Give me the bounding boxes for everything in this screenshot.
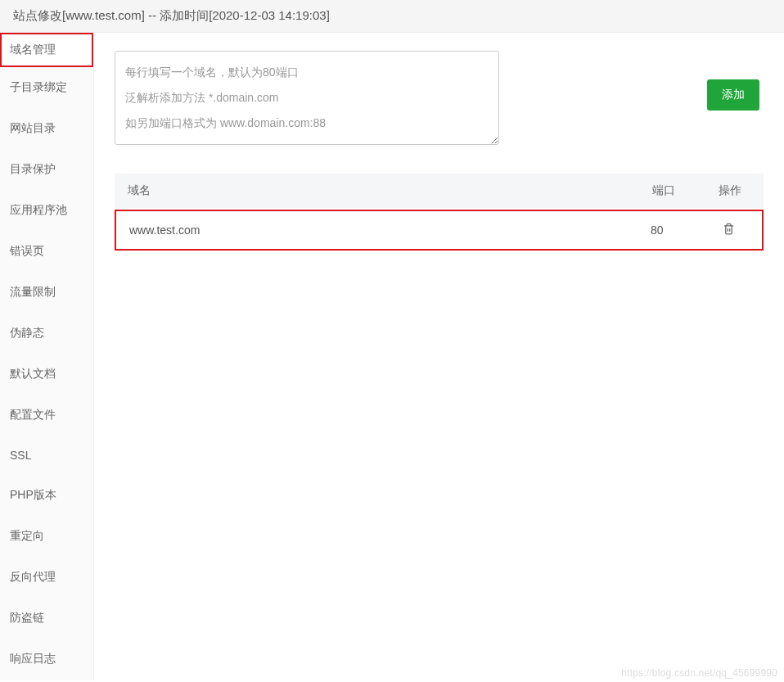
sidebar-item-subdir-bind[interactable]: 子目录绑定 bbox=[0, 67, 93, 108]
domain-input[interactable] bbox=[115, 51, 499, 145]
cell-port: 80 bbox=[651, 224, 708, 237]
sidebar-item-domain-mgmt[interactable]: 域名管理 bbox=[0, 33, 93, 67]
sidebar: 域名管理 子目录绑定 网站目录 目录保护 应用程序池 错误页 流量限制 伪静态 … bbox=[0, 33, 94, 680]
table-header-port: 端口 bbox=[652, 183, 710, 198]
table-header-domain: 域名 bbox=[128, 183, 652, 198]
watermark: https://blog.csdn.net/qq_45699990 bbox=[621, 667, 777, 679]
sidebar-item-label: 网站目录 bbox=[10, 121, 56, 134]
sidebar-item-rate-limit[interactable]: 流量限制 bbox=[0, 272, 93, 313]
dialog-title: 站点修改[www.test.com] -- 添加时间[2020-12-03 14… bbox=[13, 8, 330, 22]
sidebar-item-default-doc[interactable]: 默认文档 bbox=[0, 354, 93, 395]
sidebar-item-php-version[interactable]: PHP版本 bbox=[0, 475, 93, 516]
sidebar-item-rewrite[interactable]: 伪静态 bbox=[0, 313, 93, 354]
sidebar-item-label: 子目录绑定 bbox=[10, 80, 67, 93]
main-content: 添加 域名 端口 操作 www.test.com 80 bbox=[94, 33, 784, 680]
sidebar-item-site-dir[interactable]: 网站目录 bbox=[0, 108, 93, 149]
sidebar-item-reverse-proxy[interactable]: 反向代理 bbox=[0, 557, 93, 598]
table-header-action: 操作 bbox=[710, 183, 750, 198]
sidebar-item-label: 响应日志 bbox=[10, 652, 56, 665]
sidebar-item-label: 伪静态 bbox=[10, 326, 44, 339]
sidebar-item-response-log[interactable]: 响应日志 bbox=[0, 639, 93, 680]
sidebar-item-error-page[interactable]: 错误页 bbox=[0, 231, 93, 272]
sidebar-item-label: 目录保护 bbox=[10, 162, 56, 175]
cell-action bbox=[708, 223, 749, 237]
sidebar-item-label: 默认文档 bbox=[10, 367, 56, 380]
cell-domain: www.test.com bbox=[129, 224, 651, 237]
sidebar-item-label: PHP版本 bbox=[10, 488, 56, 501]
table-row: www.test.com 80 bbox=[115, 210, 764, 251]
sidebar-item-label: 错误页 bbox=[10, 244, 44, 257]
sidebar-item-label: 应用程序池 bbox=[10, 203, 67, 216]
add-button[interactable]: 添加 bbox=[707, 79, 759, 111]
sidebar-item-dir-protect[interactable]: 目录保护 bbox=[0, 149, 93, 190]
table-header-row: 域名 端口 操作 bbox=[115, 174, 764, 208]
sidebar-item-label: 域名管理 bbox=[10, 43, 56, 56]
sidebar-item-hotlink[interactable]: 防盗链 bbox=[0, 598, 93, 639]
dialog-header: 站点修改[www.test.com] -- 添加时间[2020-12-03 14… bbox=[0, 0, 784, 33]
sidebar-item-label: 流量限制 bbox=[10, 285, 56, 298]
sidebar-item-label: SSL bbox=[10, 449, 31, 462]
sidebar-item-label: 防盗链 bbox=[10, 611, 44, 624]
sidebar-item-app-pool[interactable]: 应用程序池 bbox=[0, 190, 93, 231]
trash-icon[interactable] bbox=[723, 223, 735, 235]
layout: 域名管理 子目录绑定 网站目录 目录保护 应用程序池 错误页 流量限制 伪静态 … bbox=[0, 33, 784, 680]
add-domain-row: 添加 bbox=[115, 51, 764, 145]
sidebar-item-label: 反向代理 bbox=[10, 570, 56, 583]
sidebar-item-label: 配置文件 bbox=[10, 408, 56, 421]
domain-table: 域名 端口 操作 www.test.com 80 bbox=[115, 174, 764, 251]
sidebar-item-config-file[interactable]: 配置文件 bbox=[0, 395, 93, 436]
sidebar-item-label: 重定向 bbox=[10, 529, 44, 542]
sidebar-item-ssl[interactable]: SSL bbox=[0, 436, 93, 475]
sidebar-item-redirect[interactable]: 重定向 bbox=[0, 516, 93, 557]
